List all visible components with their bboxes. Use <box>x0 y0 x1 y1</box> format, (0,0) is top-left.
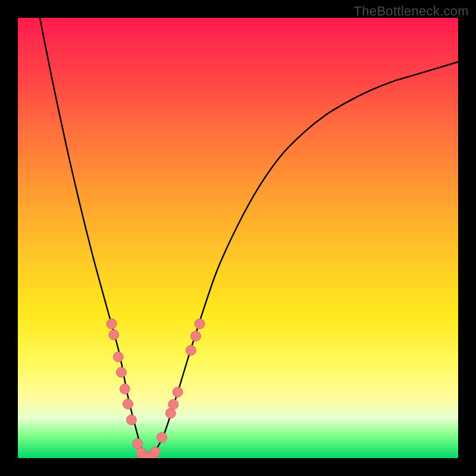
data-marker <box>168 399 178 409</box>
data-marker <box>133 439 143 449</box>
data-marker <box>190 331 201 342</box>
marker-group <box>107 319 205 458</box>
data-marker <box>156 433 167 443</box>
watermark-text: TheBottleneck.com <box>354 4 469 19</box>
chart-frame: TheBottleneck.com <box>0 0 476 476</box>
data-marker <box>173 387 183 397</box>
plot-area <box>18 18 458 458</box>
data-marker <box>113 352 123 362</box>
data-marker <box>186 345 196 355</box>
data-marker <box>120 384 130 394</box>
data-marker <box>107 319 117 329</box>
curve-svg <box>18 18 458 458</box>
data-marker <box>150 447 160 457</box>
bottleneck-curve <box>40 18 458 458</box>
data-marker <box>123 399 133 409</box>
data-marker <box>126 415 136 425</box>
data-marker <box>116 367 126 377</box>
data-marker <box>109 330 119 340</box>
data-marker <box>195 319 205 329</box>
